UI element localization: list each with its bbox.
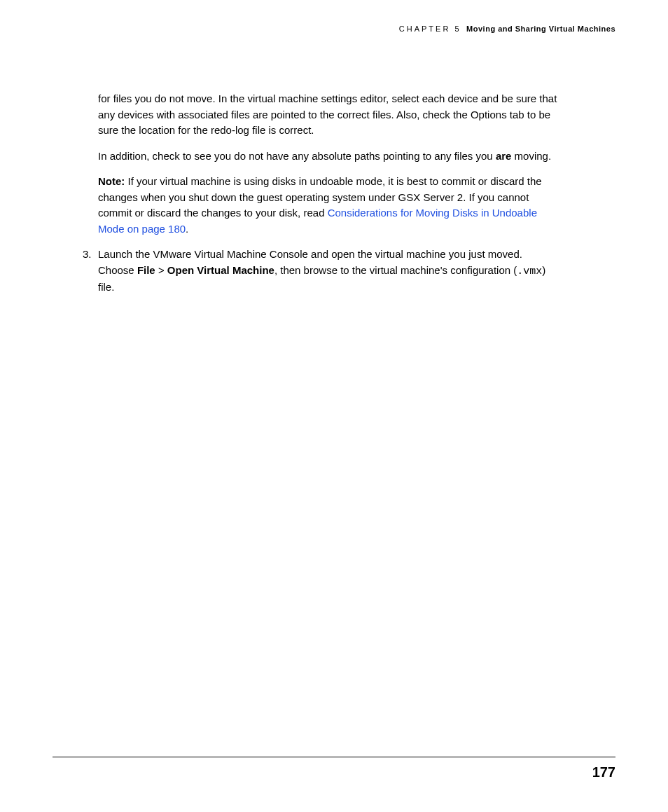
body-text: > bbox=[155, 264, 167, 276]
emphasis-text: are bbox=[496, 150, 512, 162]
content-area: for files you do not move. In the virtua… bbox=[98, 91, 559, 305]
list-number: 3. bbox=[83, 247, 92, 263]
note-label: Note: bbox=[98, 175, 125, 187]
list-item-3: 3. Launch the VMware Virtual Machine Con… bbox=[98, 247, 559, 296]
code-text: .vmx bbox=[517, 266, 542, 277]
paragraph-1: for files you do not move. In the virtua… bbox=[98, 91, 559, 139]
page-header: CHAPTER 5 Moving and Sharing Virtual Mac… bbox=[399, 23, 615, 35]
body-text: , then browse to the virtual machine's c… bbox=[274, 264, 517, 276]
footer-rule bbox=[53, 757, 615, 757]
page: CHAPTER 5 Moving and Sharing Virtual Mac… bbox=[0, 0, 668, 812]
ui-menu-text: File bbox=[137, 264, 155, 276]
ui-menu-text: Open Virtual Machine bbox=[167, 264, 274, 276]
body-text: . bbox=[186, 223, 188, 235]
paragraph-2: In addition, check to see you do not hav… bbox=[98, 149, 559, 165]
body-text: for files you do not move. In the virtua… bbox=[98, 92, 557, 136]
chapter-title: Moving and Sharing Virtual Machines bbox=[466, 25, 615, 33]
body-text: moving. bbox=[511, 150, 551, 162]
body-text: In addition, check to see you do not hav… bbox=[98, 150, 496, 162]
page-number: 177 bbox=[592, 762, 615, 783]
paragraph-note: Note: If your virtual machine is using d… bbox=[98, 174, 559, 237]
chapter-label: CHAPTER 5 bbox=[399, 25, 461, 33]
